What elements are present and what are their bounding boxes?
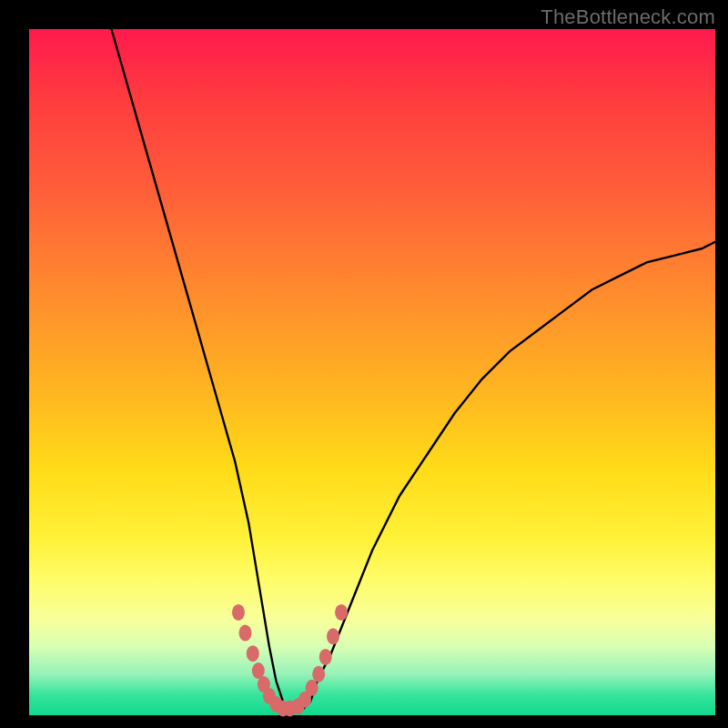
chart-plot-area [29,29,715,715]
marker-dot [327,628,339,644]
watermark-text: TheBottleneck.com [541,5,715,29]
marker-dot [232,604,245,621]
chart-svg [29,29,715,715]
marker-dot [319,649,332,665]
chart-stage: TheBottleneck.com [0,0,728,728]
marker-dot [335,604,348,621]
marker-dot [247,645,259,662]
marker-dot [306,680,318,696]
marker-dots-group [232,604,348,717]
marker-dot [312,666,325,682]
marker-dot [239,625,252,642]
bottleneck-curve [111,29,715,708]
